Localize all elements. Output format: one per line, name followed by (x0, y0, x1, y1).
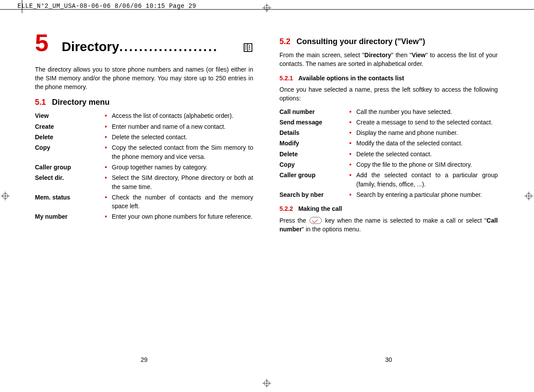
definition-description: Access the list of contacts (alphabetic … (112, 111, 253, 120)
definition-row: Call number•Call the number you have sel… (279, 107, 498, 116)
definition-description: Group together names by category. (112, 163, 253, 172)
definition-row: Caller group•Group together names by cat… (35, 163, 253, 172)
bullet-icon: • (105, 133, 112, 141)
definition-description: Check the number of contacts and the mem… (112, 193, 253, 211)
definition-description: Search by entering a particular phone nu… (356, 190, 498, 199)
definition-row: Select dir.•Select the SIM directory, Ph… (35, 173, 253, 191)
bullet-icon: • (105, 212, 112, 221)
definition-term: Modify (279, 139, 349, 148)
bullet-icon: • (349, 171, 356, 189)
svg-point-16 (249, 49, 250, 50)
definition-term: Send message (279, 118, 349, 127)
definition-term: My number (35, 212, 105, 221)
definition-row: Mem. status•Check the number of contacts… (35, 193, 253, 211)
definition-description: Create a message to send to the selected… (356, 118, 498, 127)
definition-term: Call number (279, 107, 349, 116)
call-key-icon (310, 217, 322, 224)
definition-row: Modify•Modify the data of the selected c… (279, 139, 498, 148)
bullet-icon: • (105, 111, 112, 120)
section-number: 5.1 (35, 98, 46, 107)
definition-term: Details (279, 128, 349, 137)
definition-term: Copy (279, 160, 349, 169)
definition-term: View (35, 111, 105, 120)
definition-description: Delete the selected contact. (112, 133, 253, 141)
subsection-heading-5-2-1: 5.2.1Available options in the contacts l… (279, 74, 498, 83)
definition-term: Create (35, 122, 105, 131)
bullet-icon: • (105, 122, 112, 131)
subsection-heading-5-2-2: 5.2.2Making the call (279, 204, 498, 213)
print-header: ELLE_N°2_UM_USA-08-06-06 8/06/06 10:15 P… (17, 3, 196, 10)
definition-row: Details•Display the name and phone numbe… (279, 128, 498, 137)
definition-row: My number•Enter your own phone numbers f… (35, 212, 253, 221)
directory-menu-list: View•Access the list of contacts (alphab… (35, 111, 253, 221)
definition-row: Copy•Copy the selected contact from the … (35, 143, 253, 161)
chapter-number: 5 (35, 31, 48, 55)
definition-term: Caller group (35, 163, 105, 172)
chapter-title: Directory .................... (62, 37, 253, 56)
definition-row: Send message•Create a message to send to… (279, 118, 498, 127)
section-heading-5-1: 5.1Directory menu (35, 96, 253, 108)
definition-description: Enter your own phone numbers for future … (112, 212, 253, 221)
svg-rect-12 (244, 44, 252, 52)
bullet-icon: • (349, 139, 356, 148)
page-number-left: 29 (35, 355, 253, 364)
chapter-intro: The directory allows you to store phone … (35, 65, 253, 92)
section-title: Directory menu (52, 98, 110, 107)
registration-mark-icon (524, 192, 533, 200)
definition-row: Create•Enter number and name of a new co… (35, 122, 253, 131)
definition-term: Mem. status (35, 193, 105, 211)
page-right: 5.2Consulting your directory ("View") Fr… (279, 31, 498, 367)
definition-description: Enter number and name of a new contact. (112, 122, 253, 131)
definition-row: Delete•Delete the selected contact. (35, 133, 253, 141)
definition-description: Copy the file to the phone or SIM direct… (356, 160, 498, 169)
page-number-right: 30 (279, 355, 498, 364)
bullet-icon: • (105, 143, 112, 161)
definition-row: View•Access the list of contacts (alphab… (35, 111, 253, 120)
bullet-icon: • (349, 190, 356, 199)
contacts-options-list: Call number•Call the number you have sel… (279, 107, 498, 199)
bullet-icon: • (105, 173, 112, 191)
definition-description: Delete the selected contact. (356, 150, 498, 158)
subsection-number: 5.2.1 (279, 75, 293, 82)
bullet-icon: • (349, 118, 356, 127)
section-number: 5.2 (279, 37, 290, 46)
subsection-5-2-2-text: Press the key when the name is selected … (279, 216, 498, 234)
definition-row: Copy•Copy the file to the phone or SIM d… (279, 160, 498, 169)
definition-term: Search by nber (279, 190, 349, 199)
definition-term: Copy (35, 143, 105, 161)
page-left: 5 Directory .................... The dir… (35, 31, 253, 367)
directory-icon (241, 37, 253, 56)
bullet-icon: • (349, 128, 356, 137)
definition-description: Add the selected contact to a particular… (356, 171, 498, 189)
svg-point-14 (249, 45, 250, 47)
chapter-leader-dots: .................... (119, 37, 241, 56)
definition-description: Call the number you have selected. (356, 107, 498, 116)
subsection-number: 5.2.2 (279, 205, 293, 212)
definition-term: Delete (279, 150, 349, 158)
definition-term: Select dir. (35, 173, 105, 191)
bullet-icon: • (105, 163, 112, 172)
subsection-title: Available options in the contacts list (298, 75, 404, 82)
section-heading-5-2: 5.2Consulting your directory ("View") (279, 36, 498, 47)
definition-description: Select the SIM directory, Phone director… (112, 173, 253, 191)
definition-row: Caller group•Add the selected contact to… (279, 171, 498, 189)
chapter-heading: 5 Directory .................... (35, 31, 253, 56)
definition-term: Delete (35, 133, 105, 141)
bullet-icon: • (349, 160, 356, 169)
registration-mark-icon (1, 192, 10, 200)
bullet-icon: • (349, 107, 356, 116)
section-5-2-intro: From the main screen, select "Directory"… (279, 51, 498, 69)
subsection-5-2-1-intro: Once you have selected a name, press the… (279, 85, 498, 103)
chapter-title-text: Directory (62, 37, 119, 56)
bullet-icon: • (349, 150, 356, 158)
svg-point-15 (249, 47, 250, 48)
definition-term: Caller group (279, 171, 349, 189)
definition-row: Search by nber•Search by entering a part… (279, 190, 498, 199)
registration-mark-icon (262, 3, 271, 12)
definition-description: Display the name and phone number. (356, 128, 498, 137)
definition-description: Modify the data of the selected contact. (356, 139, 498, 148)
bullet-icon: • (105, 193, 112, 211)
registration-mark-icon (262, 379, 271, 388)
definition-description: Copy the selected contact from the Sim m… (112, 143, 253, 161)
subsection-title: Making the call (298, 205, 342, 212)
